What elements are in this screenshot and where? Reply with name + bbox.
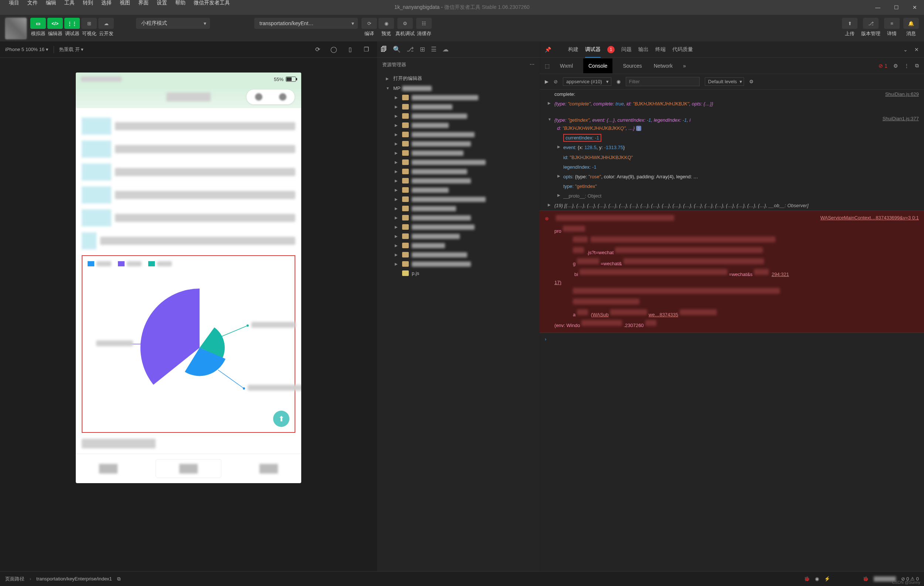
tree-folder[interactable]: ▶ <box>377 185 540 195</box>
tab-terminal[interactable]: 终端 <box>655 46 666 53</box>
cloud-toggle[interactable]: ☁ <box>98 18 114 29</box>
menu-item[interactable]: 编辑 <box>46 0 56 6</box>
tab-item[interactable] <box>76 454 141 483</box>
levels-select[interactable]: Default levels ▾ <box>705 77 744 86</box>
windows-icon[interactable]: ❐ <box>361 46 372 53</box>
tree-folder[interactable]: ▶ <box>377 121 540 130</box>
search-icon[interactable]: 🔍 <box>393 45 401 53</box>
kebab-icon[interactable]: ⋮ <box>904 63 909 69</box>
menu-item[interactable]: 设置 <box>157 0 167 6</box>
visual-toggle[interactable]: ⊞ <box>81 18 97 29</box>
menu-item[interactable]: 转到 <box>83 0 93 6</box>
menu-item[interactable]: 微信开发者工具 <box>194 0 230 6</box>
menu-item[interactable]: 界面 <box>138 0 148 6</box>
context-select[interactable]: appservice (#10)▾ <box>563 77 611 86</box>
filter-input[interactable] <box>626 77 700 86</box>
tree-folder[interactable]: ▶ <box>377 195 540 204</box>
console-prompt[interactable]: › <box>540 333 924 346</box>
tab-problems[interactable]: 问题 <box>621 46 632 53</box>
menu-item[interactable]: 工具 <box>64 0 75 6</box>
lightning-icon[interactable]: ⚡ <box>824 576 830 581</box>
tree-folder[interactable]: ▶ <box>377 204 540 213</box>
tree-section[interactable]: ▼MP <box>377 84 540 93</box>
tree-folder[interactable]: ▶ <box>377 139 540 148</box>
upload-button[interactable]: ⬆ <box>842 18 858 29</box>
menu-item[interactable]: 文件 <box>27 0 38 6</box>
tab-wxml[interactable]: Wxml <box>558 58 574 73</box>
rose-chart[interactable] <box>111 274 266 407</box>
phone-icon[interactable]: ▯ <box>345 46 356 53</box>
debug-icon[interactable]: 🐞 <box>863 576 869 581</box>
tree-folder[interactable]: ▶ <box>377 111 540 121</box>
mode-select[interactable]: 小程序模式 <box>136 18 210 29</box>
tree-folder[interactable]: ▶ <box>377 232 540 241</box>
refresh-icon[interactable]: ⟳ <box>312 46 323 53</box>
tab-build[interactable]: 构建 <box>568 46 578 53</box>
phone-simulator[interactable]: 55% <box>76 73 301 483</box>
route-select[interactable]: transportation/keyEnt… <box>254 18 358 29</box>
console-output[interactable]: ShuiDian.js:629complete: ▶{type: "comple… <box>540 89 924 571</box>
page-path[interactable]: transportation/keyEnterprise/index1 <box>36 576 112 581</box>
eye-icon[interactable]: ◉ <box>815 576 819 581</box>
stop-icon[interactable]: ◯ <box>328 46 339 53</box>
gear-icon[interactable]: ⚙ <box>749 79 754 84</box>
tab-debugger[interactable]: 调试器 <box>585 46 601 53</box>
tree-folder[interactable]: ▶ <box>377 157 540 167</box>
tab-item[interactable] <box>156 459 221 478</box>
database-icon[interactable]: ☰ <box>431 45 437 53</box>
close-icon[interactable]: ✕ <box>914 46 919 53</box>
details-button[interactable]: ≡ <box>884 18 899 29</box>
bug-icon[interactable]: 🐞 <box>804 576 810 581</box>
more-tabs-icon[interactable]: » <box>683 63 686 69</box>
inspect-icon[interactable]: ⬚ <box>545 63 549 69</box>
tree-folder[interactable]: ▶ <box>377 241 540 250</box>
tab-sources[interactable]: Sources <box>621 58 643 73</box>
tree-folder[interactable]: ▶ <box>377 93 540 102</box>
capsule-button[interactable] <box>246 89 295 104</box>
tree-folder[interactable]: ▶ <box>377 250 540 259</box>
cloud-icon[interactable]: ☁ <box>442 45 449 53</box>
tree-folder[interactable]: ▶ <box>377 213 540 222</box>
hot-reload-toggle[interactable]: 热重载 开 ▾ <box>59 46 84 53</box>
clear-icon[interactable]: ⊘ <box>554 79 558 84</box>
tree-folder[interactable]: ▶ <box>377 167 540 176</box>
messages-button[interactable]: 🔔 <box>903 18 919 29</box>
tree-folder[interactable]: ▶ <box>377 148 540 157</box>
files-icon[interactable]: 🗐 <box>381 46 387 53</box>
pin-icon[interactable]: 📌 <box>545 46 551 53</box>
dock-icon[interactable]: ⧉ <box>915 63 919 69</box>
debugger-toggle[interactable]: ⋮⋮ <box>64 18 80 29</box>
extensions-icon[interactable]: ⊞ <box>420 45 425 53</box>
simulator-toggle[interactable]: ▭ <box>30 18 46 29</box>
compile-button[interactable]: ⟳ <box>361 18 377 29</box>
preview-button[interactable]: ◉ <box>378 18 394 29</box>
tree-folder[interactable]: ▶ <box>377 222 540 232</box>
editor-toggle[interactable]: </> <box>47 18 63 29</box>
tree-folder[interactable]: ▶ <box>377 259 540 268</box>
tree-folder[interactable]: ▶ <box>377 176 540 185</box>
file-tree[interactable]: ▶打开的编辑器 ▼MP ▶▶▶▶▶▶▶▶▶▶▶▶▶▶▶▶▶▶▶p.js <box>377 72 540 571</box>
eye-icon[interactable]: ◉ <box>617 79 620 84</box>
menu-item[interactable]: 选择 <box>101 0 112 6</box>
gear-icon[interactable]: ⚙ <box>893 63 898 69</box>
maximize-button[interactable]: ☐ <box>887 0 906 15</box>
clear-cache-button[interactable]: ☷ <box>416 18 432 29</box>
menu-item[interactable]: 项目 <box>9 0 19 6</box>
tab-output[interactable]: 输出 <box>638 46 648 53</box>
git-icon[interactable]: ⎇ <box>407 45 414 53</box>
play-icon[interactable]: ▶ <box>545 79 548 84</box>
device-select[interactable]: iPhone 5 100% 16 ▾ <box>5 46 48 52</box>
menu-item[interactable]: 帮助 <box>175 0 186 6</box>
tab-item[interactable] <box>236 454 301 483</box>
tree-folder[interactable]: ▶ <box>377 102 540 111</box>
copy-icon[interactable]: ⧉ <box>117 576 120 582</box>
chevron-down-icon[interactable]: ⌄ <box>903 46 908 53</box>
menu-item[interactable]: 视图 <box>120 0 130 6</box>
more-icon[interactable]: ⋯ <box>530 61 535 68</box>
tab-quality[interactable]: 代码质量 <box>672 46 693 53</box>
tree-folder[interactable]: ▶ <box>377 130 540 139</box>
error-count[interactable]: ⊘ 1 <box>879 63 888 69</box>
remote-debug-button[interactable]: ⚙ <box>397 18 413 29</box>
avatar[interactable] <box>5 18 26 39</box>
close-button[interactable]: ✕ <box>906 0 924 15</box>
